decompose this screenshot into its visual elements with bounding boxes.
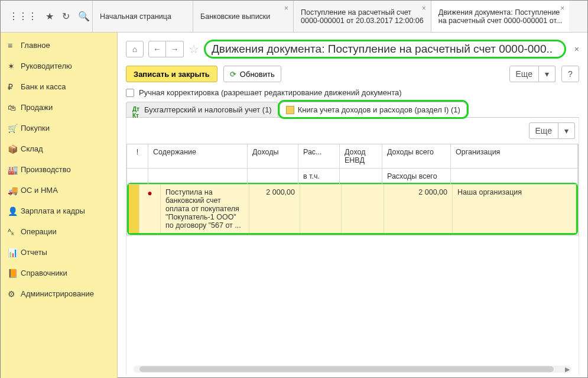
sidebar-item-reports[interactable]: 📊Отчеты: [1, 242, 117, 263]
cell-org: Наша организация: [453, 185, 576, 233]
sidebar-item-operations[interactable]: ᴬₖОперации: [1, 221, 117, 242]
table-more-dropdown-icon[interactable]: ▾: [558, 122, 575, 139]
help-button[interactable]: ?: [561, 66, 579, 82]
cell-expense: [300, 185, 342, 233]
sidebar-item-main[interactable]: ≡Главное: [1, 35, 117, 56]
refresh-icon: ⟳: [230, 70, 236, 79]
more-dropdown-icon[interactable]: ▾: [539, 66, 555, 82]
cell-income-total: 2 000,00: [384, 185, 453, 233]
col-org-2: [451, 169, 578, 185]
favorite-icon[interactable]: ☆: [189, 42, 199, 56]
horizontal-scrollbar[interactable]: ▶: [134, 366, 571, 373]
close-icon[interactable]: ×: [560, 4, 564, 12]
cell-envd: [342, 185, 384, 233]
sidebar: ≡Главное ✶Руководителю ₽Банк и касса 🛍Пр…: [1, 33, 118, 378]
sidebar-item-label: Банк и касса: [21, 82, 66, 91]
col-income-2: [248, 169, 298, 185]
close-page-icon[interactable]: ×: [574, 44, 579, 54]
tab-label: Поступление на расчетный счет: [301, 8, 424, 17]
action-bar: Записать и закрыть ⟳Обновить Еще ▾ ?: [126, 66, 579, 82]
manual-edit-label: Ручная корректировка (разрешает редактир…: [139, 88, 402, 97]
sidebar-item-references[interactable]: 📙Справочники: [1, 263, 117, 283]
cart-icon: 🛒: [8, 124, 21, 133]
sidebar-item-label: ОС и НМА: [21, 186, 58, 195]
more-button[interactable]: Еще: [509, 66, 540, 82]
row-status-marker: ●: [139, 185, 161, 233]
subtab-label: Бухгалтерский и налоговый учет (1): [144, 105, 272, 114]
table-panel: Еще ▾ ! Содержание Доходы Рас... Доход Е…: [126, 118, 579, 375]
star-icon[interactable]: ★: [46, 11, 54, 22]
sidebar-item-assets[interactable]: 🚚ОС и НМА: [1, 180, 117, 201]
gear-icon: ⚙: [8, 289, 21, 299]
person-icon: 👤: [8, 206, 21, 216]
document-tabs: Начальная страница Банковские выписки × …: [92, 1, 587, 32]
panel-toolbar: Еще ▾: [126, 122, 579, 144]
sidebar-item-warehouse[interactable]: 📦Склад: [1, 138, 117, 159]
sidebar-item-production[interactable]: 🏭Производство: [1, 159, 117, 180]
book-icon: 📙: [8, 269, 21, 278]
sidebar-item-label: Зарплата и кадры: [21, 206, 85, 215]
tab-sublabel: 0000-000001 от 20.03.2017 12:00:06: [301, 17, 424, 25]
chart-icon: 📊: [8, 248, 21, 257]
refresh-button[interactable]: ⟳Обновить: [223, 66, 281, 82]
home-button[interactable]: ⌂: [126, 41, 144, 57]
sidebar-item-label: Администрирование: [21, 289, 94, 298]
sidebar-item-sales[interactable]: 🛍Продажи: [1, 97, 117, 118]
table-row[interactable]: ● Поступила на банковский счет оплата от…: [127, 183, 578, 235]
sidebar-item-label: Отчеты: [21, 248, 47, 257]
history-icon[interactable]: ↻: [62, 11, 70, 22]
table-more-button[interactable]: Еще: [529, 122, 559, 139]
nav-arrows: ← →: [148, 41, 184, 57]
tab-label: Начальная страница: [100, 12, 186, 21]
col-marker: !: [127, 144, 148, 169]
col-content: Содержание: [148, 144, 248, 169]
subtab-accounting[interactable]: ДтКт Бухгалтерский и налоговый учет (1): [126, 102, 278, 117]
col-expense-total: Расходы всего: [382, 169, 451, 185]
sidebar-item-label: Склад: [21, 144, 43, 153]
sidebar-item-admin[interactable]: ⚙Администрирование: [1, 283, 117, 304]
sidebar-item-label: Операции: [21, 227, 57, 236]
book-icon: [286, 106, 294, 114]
cell-content: Поступила на банковский счет оплата от п…: [161, 185, 249, 233]
factory-icon: 🏭: [8, 165, 21, 175]
subtab-income-book[interactable]: Книга учета доходов и расходов (раздел I…: [280, 102, 467, 117]
col-content-2: [148, 169, 248, 185]
main-content: ⌂ ← → ☆ Движения документа: Поступление …: [118, 33, 587, 378]
close-icon[interactable]: ×: [284, 4, 288, 12]
sidebar-item-label: Руководителю: [21, 62, 72, 70]
accounting-icon: ДтКт: [132, 106, 141, 114]
tab-receipt[interactable]: Поступление на расчетный счет 0000-00000…: [293, 1, 431, 32]
more-menu: Еще ▾: [509, 66, 556, 82]
apps-icon[interactable]: ⋮⋮⋮: [9, 11, 37, 22]
search-icon[interactable]: 🔍: [78, 11, 90, 22]
scroll-right-icon[interactable]: ▶: [563, 366, 571, 373]
top-icon-group: ⋮⋮⋮ ★ ↻ 🔍: [1, 1, 92, 32]
save-close-button[interactable]: Записать и закрыть: [126, 66, 217, 82]
sidebar-item-purchases[interactable]: 🛒Покупки: [1, 118, 117, 138]
sidebar-item-label: Главное: [21, 41, 50, 50]
manual-edit-checkbox[interactable]: [126, 89, 134, 97]
tab-bank-statements[interactable]: Банковские выписки ×: [193, 1, 293, 32]
sub-tabs: ДтКт Бухгалтерский и налоговый учет (1) …: [126, 102, 579, 118]
col-envd: Доход ЕНВД: [340, 144, 382, 169]
sidebar-item-label: Покупки: [21, 124, 50, 133]
sidebar-item-hr[interactable]: 👤Зарплата и кадры: [1, 201, 117, 221]
title-bar: ⌂ ← → ☆ Движения документа: Поступление …: [126, 40, 579, 59]
tab-home[interactable]: Начальная страница: [92, 1, 193, 32]
scrollbar-thumb[interactable]: [139, 366, 554, 372]
back-button[interactable]: ←: [148, 41, 166, 57]
tab-sublabel: на расчетный счет 0000-000001 от...: [438, 17, 562, 25]
forward-button[interactable]: →: [166, 41, 184, 57]
tab-movements[interactable]: Движения документа: Поступление на расче…: [431, 1, 569, 32]
col-marker-2: [127, 169, 148, 185]
col-org: Организация: [451, 144, 578, 169]
close-icon[interactable]: ×: [422, 4, 426, 12]
sidebar-item-label: Продажи: [21, 103, 53, 112]
sidebar-item-manager[interactable]: ✶Руководителю: [1, 56, 117, 76]
data-grid: ! Содержание Доходы Рас... Доход ЕНВД До…: [126, 144, 579, 235]
refresh-label: Обновить: [240, 70, 275, 79]
sidebar-item-bank[interactable]: ₽Банк и касса: [1, 76, 117, 97]
dk-icon: ᴬₖ: [8, 227, 21, 237]
box-icon: 📦: [8, 144, 21, 154]
star-burst-icon: ✶: [8, 62, 21, 71]
